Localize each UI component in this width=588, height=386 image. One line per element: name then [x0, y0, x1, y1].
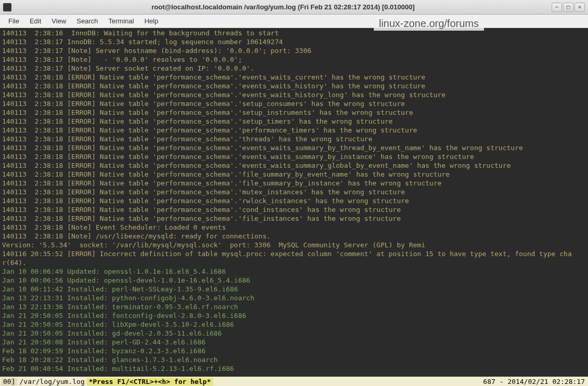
log-line: 140113 2:38:18 [ERROR] Native table 'per… — [2, 99, 586, 108]
status-index: 00] — [1, 378, 17, 385]
log-line: 140113 2:38:18 [ERROR] Native table 'per… — [2, 214, 586, 223]
log-line: 140113 2:38:17 [Note] Server socket crea… — [2, 64, 586, 73]
log-line: Jan 10 00:11:42 Installed: perl-Net-SSLe… — [2, 285, 586, 294]
menu-terminal[interactable]: Terminal — [103, 16, 139, 26]
log-line: Feb 18 02:09:59 Installed: byzanz-0.2.3-… — [2, 347, 586, 355]
close-button[interactable]: × — [574, 3, 585, 12]
log-line: 140113 2:38:18 [ERROR] Native table 'per… — [2, 161, 586, 170]
log-line: Feb 21 00:40:54 Installed: multitail-5.2… — [2, 364, 586, 373]
log-line: 140113 2:38:18 [Note] /usr/libexec/mysql… — [2, 232, 586, 241]
watermark-text: linux-zone.org/forums — [374, 17, 484, 31]
log-line: 140113 2:38:18 [ERROR] Native table 'per… — [2, 108, 586, 117]
log-line: 140113 2:38:18 [ERROR] Native table 'per… — [2, 152, 586, 161]
log-line: Jan 13 22:13:36 Installed: terminator-0.… — [2, 302, 586, 311]
log-line: 140113 2:38:18 [ERROR] Native table 'per… — [2, 143, 586, 152]
menu-view[interactable]: View — [46, 16, 71, 26]
log-line: 140113 2:38:17 InnoDB: 5.5.34 started; l… — [2, 37, 586, 46]
log-line: r(64). — [2, 258, 586, 267]
menu-edit[interactable]: Edit — [24, 16, 46, 26]
log-line: Jan 21 20:50:05 Installed: fontconfig-de… — [2, 311, 586, 320]
log-line: 140113 2:38:18 [ERROR] Native table 'per… — [2, 205, 586, 214]
log-line: 140113 2:38:18 [ERROR] Native table 'per… — [2, 82, 586, 90]
log-line: 140113 2:38:16 InnoDB: Waiting for the b… — [2, 29, 586, 37]
status-position: 687 - 2014/02/21 02:28:17 — [481, 378, 587, 385]
log-line: 140116 20:35:52 [ERROR] Incorrect defini… — [2, 249, 586, 258]
log-line: Jan 13 22:13:31 Installed: python-config… — [2, 294, 586, 302]
log-line: Feb 18 20:28:22 Installed: glances-1.7.3… — [2, 355, 586, 364]
menubar: File Edit View Search Terminal Help — [0, 15, 588, 28]
menu-search[interactable]: Search — [71, 16, 103, 26]
window-title: root@localhost.localdomain /var/log/yum.… — [15, 3, 552, 11]
log-line: Jan 21 20:50:05 Installed: gd-devel-2.0.… — [2, 329, 586, 338]
terminal-output[interactable]: 140113 2:38:16 InnoDB: Waiting for the b… — [0, 28, 588, 377]
log-line: 140113 2:38:18 [ERROR] Native table 'per… — [2, 179, 586, 188]
log-line: 140113 2:38:18 [ERROR] Native table 'per… — [2, 90, 586, 99]
log-line: Jan 10 00:06:56 Updated: openssl-devel-1… — [2, 276, 586, 285]
log-line: 140113 2:38:17 [Note] Server hostname (b… — [2, 46, 586, 55]
minimize-button[interactable]: − — [552, 3, 562, 12]
log-line: 140113 2:38:18 [ERROR] Native table 'per… — [2, 188, 586, 196]
log-line: 140113 2:38:18 [ERROR] Native table 'per… — [2, 73, 586, 82]
log-line: Jan 21 20:50:05 Installed: libXpm-devel-… — [2, 320, 586, 329]
log-line: 140113 2:38:18 [ERROR] Native table 'per… — [2, 170, 586, 179]
log-line: 140113 2:38:17 [Note] - '0.0.0.0' resolv… — [2, 55, 586, 64]
terminal-window: root@localhost.localdomain /var/log/yum.… — [0, 0, 588, 386]
statusbar: 00] /var/log/yum.log *Press F1/<CTRL>+<h… — [0, 377, 588, 386]
log-line: 140113 2:38:18 [ERROR] Native table 'per… — [2, 135, 586, 143]
maximize-button[interactable]: □ — [563, 3, 573, 12]
status-filepath: /var/log/yum.log — [17, 378, 86, 385]
window-controls: − □ × — [552, 3, 585, 12]
app-icon — [3, 3, 11, 11]
log-line: 140113 2:38:18 [ERROR] Native table 'per… — [2, 196, 586, 205]
log-line: 140113 2:38:18 [ERROR] Native table 'per… — [2, 117, 586, 126]
log-line: 140113 2:38:18 [Note] Event Scheduler: L… — [2, 223, 586, 232]
status-help-hint: *Press F1/<CTRL>+<h> for help* — [87, 378, 213, 385]
log-line: Jan 21 20:50:08 Installed: perl-GD-2.44-… — [2, 338, 586, 347]
log-line: Jan 10 00:06:49 Updated: openssl-1.0.1e-… — [2, 267, 586, 276]
log-line: Version: '5.5.34' socket: '/var/lib/mysq… — [2, 241, 586, 249]
titlebar[interactable]: root@localhost.localdomain /var/log/yum.… — [0, 0, 588, 15]
menu-file[interactable]: File — [3, 16, 24, 26]
log-line: 140113 2:38:18 [ERROR] Native table 'per… — [2, 126, 586, 135]
menu-help[interactable]: Help — [139, 16, 164, 26]
